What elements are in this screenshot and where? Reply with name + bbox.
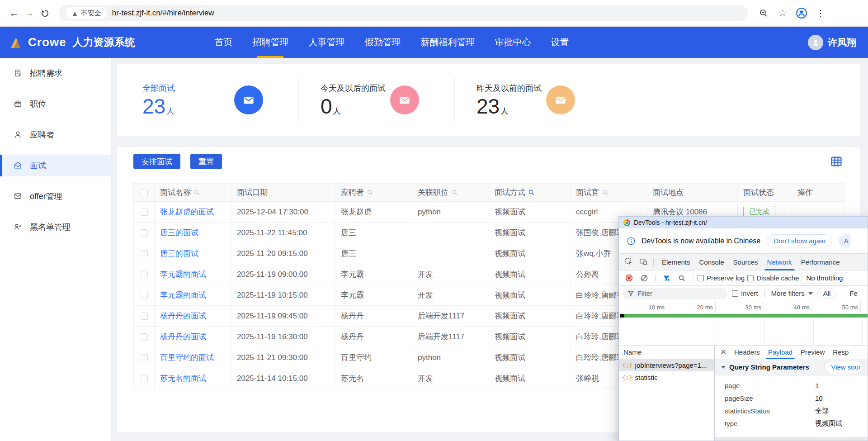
interview-name-link[interactable]: 张龙赵虎的面试	[160, 208, 214, 216]
row-checkbox[interactable]	[141, 313, 148, 320]
timeline-tick-label: 40 ms	[764, 301, 812, 313]
column-search-icon[interactable]	[602, 189, 609, 196]
sidebar-item[interactable]: 应聘者	[0, 124, 111, 146]
filter-icon[interactable]	[660, 272, 673, 284]
devtools-titlebar[interactable]: DevTools - hr-test.zjf-it.cn/	[619, 217, 868, 228]
row-checkbox[interactable]	[141, 292, 148, 299]
nav-item[interactable]: 薪酬福利管理	[420, 27, 475, 58]
sidebar-item[interactable]: 职位	[0, 93, 111, 115]
row-checkbox[interactable]	[141, 271, 148, 278]
interview-name-cell: 李元霸的面试	[155, 264, 231, 285]
row-checkbox[interactable]	[141, 333, 148, 341]
schedule-interview-button[interactable]: 安排面试	[133, 154, 180, 169]
stat-item: 昨天及以前的面试23人	[454, 78, 610, 122]
network-toolbar: Preserve log Disable cache No throttling	[619, 270, 868, 286]
interview-name-link[interactable]: 唐三的面试	[160, 228, 198, 237]
select-all-checkbox[interactable]	[141, 189, 148, 196]
request-row[interactable]: {;}statistic	[619, 371, 714, 384]
user-name: 许凤翔	[828, 36, 856, 49]
column-settings-icon[interactable]	[830, 155, 843, 168]
timeline-waterfall[interactable]	[619, 318, 868, 346]
stat-item: 今天及以后的面试0人	[298, 78, 454, 122]
nav-item[interactable]: 假勤管理	[364, 27, 401, 58]
column-header-inner: 面试名称	[160, 187, 226, 198]
reload-icon[interactable]	[37, 5, 52, 21]
stat-value: 0人	[321, 95, 386, 117]
nav-item[interactable]: 招聘管理	[252, 27, 288, 58]
back-icon[interactable]: ←	[6, 5, 22, 21]
devtools-tab-elements[interactable]: Elements	[657, 254, 695, 270]
column-search-icon[interactable]	[193, 189, 200, 196]
stat-text: 全部面试23人	[142, 83, 175, 117]
devtools-tab-performance[interactable]: Performance	[797, 254, 844, 270]
device-toolbar-icon[interactable]	[637, 256, 650, 268]
column-label: 操作	[797, 187, 813, 198]
table-header: 面试名称面试日期应聘者关联职位面试方式面试官面试地点面试状态操作	[134, 184, 844, 202]
interview-name-link[interactable]: 百里守约的面试	[160, 353, 214, 362]
reset-button[interactable]: 重置	[190, 154, 222, 169]
interview-name-cell: 李元霸的面试	[155, 285, 231, 306]
security-chip[interactable]: ▲ 不安全	[66, 7, 107, 19]
nav-item[interactable]: 首页	[214, 27, 232, 58]
forward-icon[interactable]: →	[22, 5, 37, 21]
row-checkbox[interactable]	[141, 250, 148, 257]
detail-tab-payload[interactable]: Payload	[764, 346, 797, 359]
row-checkbox[interactable]	[141, 375, 148, 382]
interview-name-link[interactable]: 杨丹丹的面试	[160, 312, 206, 320]
more-filters-dropdown[interactable]: More filters	[771, 289, 813, 297]
sidebar-item-label: 面试	[30, 160, 46, 171]
banner-more-button[interactable]: A	[839, 234, 850, 247]
column-label: 面试方式	[495, 187, 525, 198]
inspect-element-icon[interactable]	[623, 256, 635, 268]
sidebar-item[interactable]: 黑名单管理	[0, 216, 111, 238]
close-icon[interactable]: ✕	[717, 346, 729, 358]
row-checkbox[interactable]	[141, 354, 148, 361]
filter-fetch-chip[interactable]: Fe	[849, 289, 858, 297]
clear-network-icon[interactable]	[638, 272, 651, 284]
column-search-icon[interactable]	[528, 189, 535, 196]
filter-all-chip[interactable]: All	[817, 288, 837, 299]
network-search-icon[interactable]	[675, 272, 688, 284]
header-user[interactable]: 许凤翔	[808, 35, 856, 50]
column-search-icon[interactable]	[367, 189, 373, 196]
requests-name-header[interactable]: Name	[619, 346, 714, 359]
nav-item[interactable]: 人事管理	[308, 27, 344, 58]
bookmark-star-icon[interactable]: ☆	[775, 5, 790, 21]
interview-name-link[interactable]: 杨丹丹的面试	[160, 332, 206, 341]
sidebar-item[interactable]: 面试	[0, 155, 111, 176]
invert-checkbox[interactable]: Invert	[732, 289, 758, 297]
address-bar[interactable]: ▲ 不安全 hr-test.zjf-it.cn/#/hire/interview	[59, 5, 748, 21]
dont-show-again-button[interactable]: Don't show again	[767, 234, 832, 247]
browser-profile-icon[interactable]	[794, 5, 809, 21]
sidebar-item[interactable]: offer管理	[0, 185, 111, 207]
detail-tab-preview[interactable]: Preview	[797, 346, 829, 359]
interview-name-link[interactable]: 李元霸的面试	[160, 291, 206, 299]
sidebar-item[interactable]: 招聘需求	[0, 62, 111, 84]
devtools-tab-console[interactable]: Console	[695, 254, 729, 270]
throttling-select[interactable]: No throttling	[802, 272, 847, 284]
nav-item[interactable]: 设置	[551, 27, 569, 58]
disable-cache-checkbox[interactable]: Disable cache	[747, 274, 799, 282]
interview-name-link[interactable]: 李元霸的面试	[160, 270, 206, 279]
row-checkbox[interactable]	[141, 229, 148, 237]
timeline-overview-bar[interactable]	[619, 313, 868, 318]
view-source-button[interactable]: View sour	[824, 361, 863, 373]
position-cell: python	[412, 347, 489, 368]
interview-name-link[interactable]: 唐三的面试	[160, 249, 198, 258]
column-search-icon[interactable]	[451, 189, 458, 196]
devtools-tab-sources[interactable]: Sources	[729, 254, 763, 270]
interview-name-link[interactable]: 苏无名的面试	[160, 374, 206, 383]
detail-tab-headers[interactable]: Headers	[730, 346, 764, 359]
row-checkbox[interactable]	[141, 209, 148, 216]
browser-menu-icon[interactable]: ⋮	[813, 5, 828, 21]
query-string-section-header[interactable]: Query String Parameters View sour	[715, 359, 868, 375]
record-network-icon[interactable]	[623, 272, 635, 284]
preserve-log-checkbox[interactable]: Preserve log	[698, 274, 745, 282]
request-row[interactable]: {;}jobInterviews?page=1...	[619, 359, 714, 371]
devtools-tab-network[interactable]: Network	[763, 254, 797, 270]
nav-item[interactable]: 审批中心	[495, 27, 531, 58]
zoom-indicator-icon[interactable]	[756, 5, 771, 21]
filter-input[interactable]: Filter	[623, 288, 727, 299]
url-text[interactable]: hr-test.zjf-it.cn/#/hire/interview	[112, 9, 214, 18]
detail-tab-resp[interactable]: Resp	[829, 346, 853, 359]
